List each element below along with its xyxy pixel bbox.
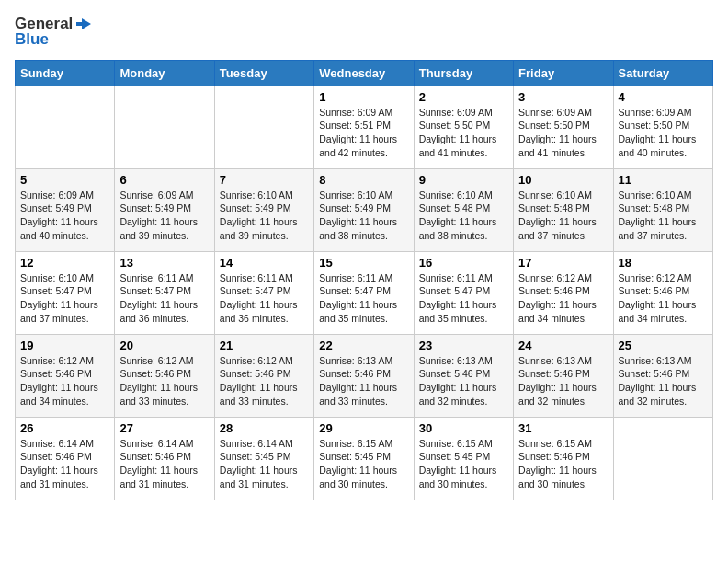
calendar-cell: 22Sunrise: 6:13 AMSunset: 5:46 PMDayligh… (314, 334, 414, 417)
day-info: Sunrise: 6:12 AMSunset: 5:46 PMDaylight:… (220, 354, 309, 408)
calendar-cell: 18Sunrise: 6:12 AMSunset: 5:46 PMDayligh… (613, 251, 712, 334)
calendar-cell: 8Sunrise: 6:10 AMSunset: 5:49 PMDaylight… (314, 168, 414, 251)
calendar-header: SundayMondayTuesdayWednesdayThursdayFrid… (16, 60, 713, 86)
day-number: 4 (619, 90, 708, 104)
calendar-cell: 28Sunrise: 6:14 AMSunset: 5:45 PMDayligh… (214, 417, 313, 500)
day-number: 22 (319, 339, 408, 352)
day-number: 28 (220, 421, 309, 435)
day-number: 9 (419, 173, 508, 187)
calendar-body: 1Sunrise: 6:09 AMSunset: 5:51 PMDaylight… (16, 86, 713, 500)
day-info: Sunrise: 6:10 AMSunset: 5:47 PMDaylight:… (20, 271, 109, 326)
day-info: Sunrise: 6:09 AMSunset: 5:50 PMDaylight:… (518, 106, 608, 160)
day-info: Sunrise: 6:11 AMSunset: 5:47 PMDaylight:… (220, 271, 309, 326)
calendar-cell: 16Sunrise: 6:11 AMSunset: 5:47 PMDayligh… (414, 251, 513, 334)
day-info: Sunrise: 6:13 AMSunset: 5:46 PMDaylight:… (319, 354, 408, 408)
day-number: 17 (518, 256, 608, 270)
calendar-cell: 31Sunrise: 6:15 AMSunset: 5:46 PMDayligh… (514, 417, 613, 500)
day-info: Sunrise: 6:12 AMSunset: 5:46 PMDaylight:… (20, 354, 109, 408)
day-number: 13 (119, 256, 209, 270)
day-info: Sunrise: 6:12 AMSunset: 5:46 PMDaylight:… (119, 354, 209, 408)
calendar-week-5: 26Sunrise: 6:14 AMSunset: 5:46 PMDayligh… (16, 417, 713, 500)
day-number: 14 (220, 256, 309, 270)
day-number: 1 (319, 90, 408, 104)
day-number: 29 (319, 421, 408, 435)
day-info: Sunrise: 6:11 AMSunset: 5:47 PMDaylight:… (319, 271, 408, 326)
day-header-monday: Monday (115, 60, 214, 86)
day-info: Sunrise: 6:14 AMSunset: 5:45 PMDaylight:… (220, 437, 309, 491)
day-number: 6 (119, 173, 209, 187)
day-info: Sunrise: 6:09 AMSunset: 5:49 PMDaylight:… (20, 189, 109, 243)
calendar-week-3: 12Sunrise: 6:10 AMSunset: 5:47 PMDayligh… (16, 251, 713, 334)
day-info: Sunrise: 6:13 AMSunset: 5:46 PMDaylight:… (518, 354, 608, 408)
calendar-cell: 17Sunrise: 6:12 AMSunset: 5:46 PMDayligh… (514, 251, 613, 334)
day-header-tuesday: Tuesday (214, 60, 313, 86)
day-header-sunday: Sunday (16, 60, 115, 86)
day-info: Sunrise: 6:10 AMSunset: 5:48 PMDaylight:… (419, 189, 508, 243)
day-number: 12 (20, 256, 109, 270)
logo-text-block: General Blue (15, 15, 93, 49)
calendar-cell: 13Sunrise: 6:11 AMSunset: 5:47 PMDayligh… (115, 251, 214, 334)
logo-arrow-icon (74, 15, 93, 33)
calendar-cell: 19Sunrise: 6:12 AMSunset: 5:46 PMDayligh… (16, 334, 115, 417)
day-number: 16 (419, 256, 508, 270)
calendar-cell: 15Sunrise: 6:11 AMSunset: 5:47 PMDayligh… (314, 251, 414, 334)
calendar-cell: 11Sunrise: 6:10 AMSunset: 5:48 PMDayligh… (613, 168, 712, 251)
day-info: Sunrise: 6:09 AMSunset: 5:50 PMDaylight:… (619, 106, 708, 160)
calendar-week-2: 5Sunrise: 6:09 AMSunset: 5:49 PMDaylight… (16, 168, 713, 251)
day-header-friday: Friday (514, 60, 613, 86)
day-number: 2 (419, 90, 508, 104)
day-number: 30 (419, 421, 508, 435)
day-info: Sunrise: 6:14 AMSunset: 5:46 PMDaylight:… (119, 437, 209, 491)
day-number: 24 (518, 339, 608, 352)
calendar-cell: 27Sunrise: 6:14 AMSunset: 5:46 PMDayligh… (115, 417, 214, 500)
day-info: Sunrise: 6:11 AMSunset: 5:47 PMDaylight:… (119, 271, 209, 326)
calendar-cell: 24Sunrise: 6:13 AMSunset: 5:46 PMDayligh… (514, 334, 613, 417)
calendar-cell: 3Sunrise: 6:09 AMSunset: 5:50 PMDaylight… (514, 86, 613, 168)
day-number: 18 (619, 256, 708, 270)
page-header: General Blue (15, 15, 713, 49)
day-number: 8 (319, 173, 408, 187)
day-number: 21 (220, 339, 309, 352)
day-info: Sunrise: 6:10 AMSunset: 5:48 PMDaylight:… (619, 189, 708, 243)
calendar-cell: 20Sunrise: 6:12 AMSunset: 5:46 PMDayligh… (115, 334, 214, 417)
day-info: Sunrise: 6:15 AMSunset: 5:45 PMDaylight:… (319, 437, 408, 491)
day-number: 27 (119, 421, 209, 435)
calendar-cell (16, 86, 115, 168)
calendar-cell: 14Sunrise: 6:11 AMSunset: 5:47 PMDayligh… (214, 251, 313, 334)
day-info: Sunrise: 6:09 AMSunset: 5:51 PMDaylight:… (319, 106, 408, 160)
day-info: Sunrise: 6:15 AMSunset: 5:45 PMDaylight:… (419, 437, 508, 491)
day-info: Sunrise: 6:10 AMSunset: 5:49 PMDaylight:… (319, 189, 408, 243)
calendar-cell: 25Sunrise: 6:13 AMSunset: 5:46 PMDayligh… (613, 334, 712, 417)
calendar-cell (214, 86, 313, 168)
day-header-wednesday: Wednesday (314, 60, 414, 86)
calendar-week-1: 1Sunrise: 6:09 AMSunset: 5:51 PMDaylight… (16, 86, 713, 168)
calendar-cell: 2Sunrise: 6:09 AMSunset: 5:50 PMDaylight… (414, 86, 513, 168)
day-info: Sunrise: 6:12 AMSunset: 5:46 PMDaylight:… (518, 271, 608, 326)
calendar-cell: 6Sunrise: 6:09 AMSunset: 5:49 PMDaylight… (115, 168, 214, 251)
logo: General Blue (15, 15, 93, 49)
day-info: Sunrise: 6:13 AMSunset: 5:46 PMDaylight:… (619, 354, 708, 408)
day-number: 15 (319, 256, 408, 270)
calendar-cell: 29Sunrise: 6:15 AMSunset: 5:45 PMDayligh… (314, 417, 414, 500)
calendar-cell: 23Sunrise: 6:13 AMSunset: 5:46 PMDayligh… (414, 334, 513, 417)
day-info: Sunrise: 6:13 AMSunset: 5:46 PMDaylight:… (419, 354, 508, 408)
day-info: Sunrise: 6:14 AMSunset: 5:46 PMDaylight:… (20, 437, 109, 491)
calendar-cell: 10Sunrise: 6:10 AMSunset: 5:48 PMDayligh… (514, 168, 613, 251)
day-header-saturday: Saturday (613, 60, 712, 86)
logo-blue: Blue (15, 31, 93, 49)
day-number: 20 (119, 339, 209, 352)
calendar-cell: 26Sunrise: 6:14 AMSunset: 5:46 PMDayligh… (16, 417, 115, 500)
calendar-cell: 5Sunrise: 6:09 AMSunset: 5:49 PMDaylight… (16, 168, 115, 251)
calendar-cell: 12Sunrise: 6:10 AMSunset: 5:47 PMDayligh… (16, 251, 115, 334)
day-number: 25 (619, 339, 708, 352)
calendar-cell (115, 86, 214, 168)
day-number: 23 (419, 339, 508, 352)
day-number: 26 (20, 421, 109, 435)
day-info: Sunrise: 6:09 AMSunset: 5:50 PMDaylight:… (419, 106, 508, 160)
day-info: Sunrise: 6:15 AMSunset: 5:46 PMDaylight:… (518, 437, 608, 491)
svg-marker-0 (76, 18, 91, 29)
day-number: 3 (518, 90, 608, 104)
day-info: Sunrise: 6:10 AMSunset: 5:48 PMDaylight:… (518, 189, 608, 243)
day-info: Sunrise: 6:09 AMSunset: 5:49 PMDaylight:… (119, 189, 209, 243)
day-number: 11 (619, 173, 708, 187)
